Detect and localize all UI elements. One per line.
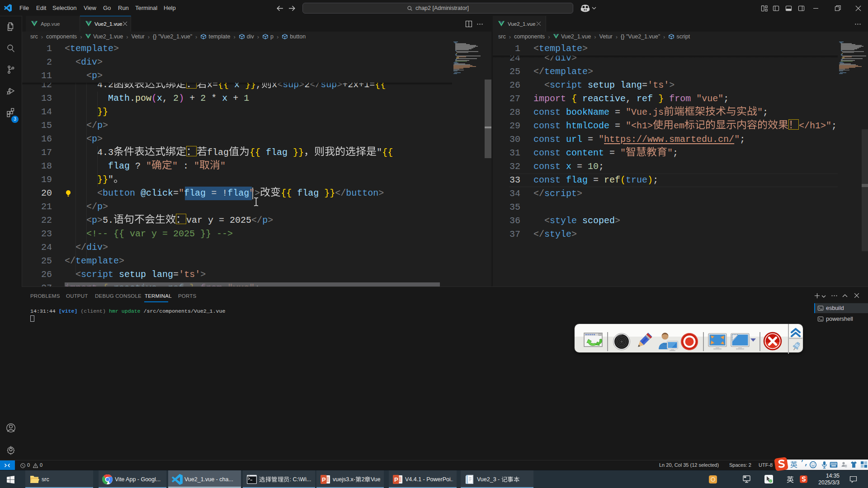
svg-text:P: P xyxy=(322,476,326,483)
svg-text:P: P xyxy=(394,476,398,483)
